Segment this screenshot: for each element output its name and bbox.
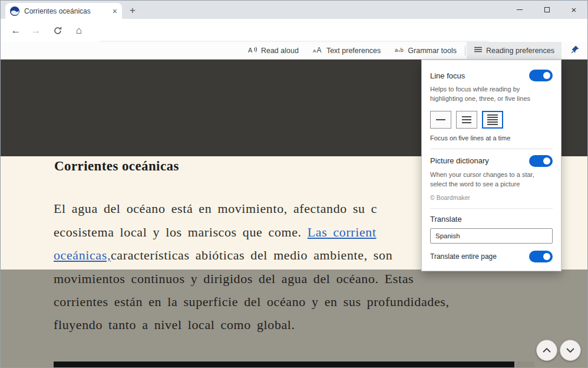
tab-title: Corrientes oceánicas (24, 7, 109, 15)
close-window-button[interactable]: × (560, 1, 587, 19)
home-button[interactable]: ⌂ (71, 22, 87, 39)
line-focus-three-lines-button[interactable] (456, 111, 477, 129)
new-tab-button[interactable]: + (127, 5, 138, 17)
reading-preferences-button[interactable]: Reading preferences (467, 42, 561, 59)
paragraph-line: oceánicas,características abióticas del … (54, 248, 392, 267)
one-line-icon (436, 119, 445, 120)
picture-dictionary-description: When your cursor changes to a star, sele… (430, 170, 551, 189)
document-heading: Corrientes oceánicas (54, 159, 179, 174)
window-controls: × (506, 1, 587, 19)
navigation-bar: ← → ⌂ read://https_www.noaa.gov/?url=htt… (1, 19, 587, 42)
translate-entire-page-toggle[interactable] (529, 251, 553, 262)
toolbar-divider (465, 46, 465, 55)
svg-text:A: A (313, 48, 316, 54)
translate-label: Translate (430, 215, 553, 224)
browser-tab[interactable]: Corrientes oceánicas × (5, 3, 122, 19)
immersive-reader-toolbar: A Read aloud A A Text preferences a (1, 42, 587, 60)
grammar-tools-button[interactable]: a b Grammar tools (388, 42, 464, 59)
document-link[interactable]: Las corrient (308, 225, 376, 239)
line-text: características abióticas del medio ambi… (111, 248, 392, 262)
translate-entire-page-label: Translate entire page (430, 252, 497, 261)
grammar-tools-icon: a b (395, 45, 404, 55)
pin-icon (570, 45, 580, 57)
line-focus-label: Line focus (430, 71, 465, 80)
selected-language: Spanish (435, 232, 460, 239)
five-lines-icon (487, 124, 498, 125)
text-preferences-icon: A A (313, 45, 323, 55)
svg-text:A: A (248, 47, 253, 54)
svg-text:a: a (395, 47, 398, 53)
maximize-button[interactable] (533, 1, 560, 19)
reading-preferences-label: Reading preferences (486, 47, 554, 55)
titlebar: Corrientes oceánicas × + × (1, 1, 587, 19)
svg-text:b: b (401, 47, 404, 53)
forward-button: → (28, 22, 44, 39)
tab-close-icon[interactable]: × (113, 7, 117, 15)
line-text: ecosistema local y los mariscos que come… (54, 225, 308, 239)
three-lines-icon (462, 122, 471, 123)
boardmaker-attribution: © Boardmaker (430, 194, 553, 201)
document-link[interactable]: oceánicas, (54, 248, 111, 262)
refresh-button[interactable] (49, 22, 66, 39)
line-text: El agua del océano está en movimiento, a… (54, 201, 377, 216)
line-focus-options (430, 111, 553, 129)
paragraph-line: ecosistema local y los mariscos que come… (54, 225, 376, 244)
picture-dictionary-toggle[interactable] (529, 155, 553, 167)
noaa-favicon-icon (10, 6, 19, 16)
scroll-up-button[interactable] (536, 340, 557, 361)
paragraph-line: El agua del océano está en movimiento, a… (54, 201, 377, 220)
refresh-icon (53, 26, 62, 35)
read-aloud-icon: A (248, 45, 257, 55)
browser-window: Corrientes oceánicas × + × ← → ⌂ (0, 0, 588, 368)
minimize-button[interactable] (506, 1, 533, 19)
panel-divider (430, 208, 553, 209)
chevron-down-icon (566, 348, 574, 353)
scroll-down-button[interactable] (560, 340, 581, 361)
line-focus-one-line-button[interactable] (430, 111, 451, 129)
text-preferences-label: Text preferences (326, 47, 381, 55)
reading-preferences-panel: Line focus Helps to focus while reading … (421, 60, 561, 271)
line-focus-toggle[interactable] (529, 70, 553, 81)
line-focus-five-lines-button[interactable] (482, 111, 503, 129)
read-aloud-button[interactable]: A Read aloud (241, 42, 306, 59)
grammar-tools-label: Grammar tools (408, 47, 457, 55)
maximize-icon (544, 7, 550, 12)
picture-dictionary-label: Picture dictionary (430, 156, 489, 165)
reading-preferences-icon (474, 45, 483, 55)
svg-text:A: A (316, 46, 321, 54)
line-focus-note: Focus on five lines at a time (430, 134, 553, 142)
read-aloud-label: Read aloud (261, 47, 299, 55)
minimize-icon (517, 9, 523, 10)
line-focus-description: Helps to focus while reading by highligh… (430, 85, 551, 104)
chevron-up-icon (543, 348, 551, 353)
pin-toolbar-button[interactable] (566, 44, 584, 58)
line-focus-dim-bottom (1, 270, 588, 368)
text-preferences-button[interactable]: A A Text preferences (306, 42, 388, 59)
back-button[interactable]: ← (8, 22, 24, 39)
language-select[interactable]: Spanish (430, 228, 553, 244)
panel-divider (430, 149, 553, 149)
